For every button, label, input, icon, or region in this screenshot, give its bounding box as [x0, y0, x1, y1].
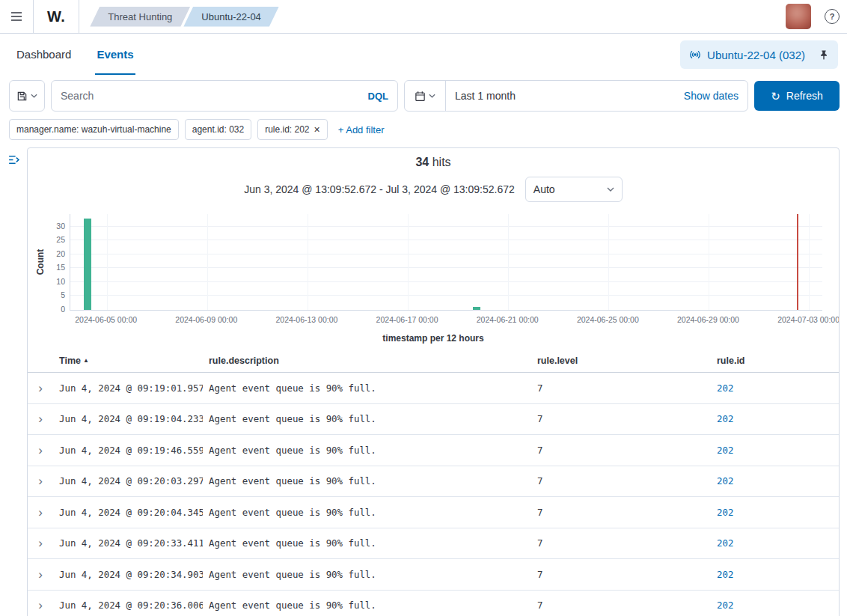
hits-line: 34 hits [28, 156, 839, 169]
expander-cell: › [28, 568, 53, 581]
avatar-image [786, 4, 811, 29]
query-language-button[interactable]: DQL [359, 91, 397, 102]
breadcrumb-agent[interactable]: Ubuntu-22-04 [183, 7, 279, 27]
expand-row-icon[interactable]: › [38, 412, 43, 426]
events-table-body: ›Jun 4, 2024 @ 09:19:01.957Agent event q… [28, 373, 839, 616]
expand-row-icon[interactable]: › [38, 443, 43, 457]
filter-pill[interactable]: manager.name: wazuh-virtual-machine [9, 119, 179, 140]
expand-fields-sidebar-icon[interactable] [7, 153, 20, 168]
search-input[interactable] [52, 90, 359, 102]
expander-cell: › [28, 412, 53, 425]
pin-icon[interactable] [819, 49, 829, 61]
rule-id-link[interactable]: 202 [717, 413, 733, 424]
y-axis-title: Count [34, 214, 47, 310]
rule-level-column-header[interactable]: rule.level [531, 356, 711, 366]
expand-row-icon[interactable]: › [38, 505, 43, 519]
tab-dashboard[interactable]: Dashboard [15, 35, 73, 75]
y-tick-label: 0 [61, 305, 65, 314]
gridline [70, 226, 822, 227]
histogram-bar[interactable] [84, 219, 91, 310]
expand-row-icon[interactable]: › [38, 381, 43, 395]
cell-rule-level: 7 [531, 382, 711, 394]
cell-rule-description: Agent event queue is 90% full. [203, 537, 531, 549]
agent-selector-badge[interactable]: Ubuntu-22-04 (032) [680, 40, 838, 69]
expander-cell: › [28, 475, 53, 487]
user-avatar[interactable] [786, 4, 811, 29]
chevron-down-icon [429, 94, 435, 98]
cell-rule-id: 202 [711, 600, 839, 611]
chevron-down-icon [607, 187, 614, 192]
expand-row-icon[interactable]: › [38, 474, 43, 488]
chevron-down-icon [31, 94, 37, 98]
breadcrumb-threat-hunting[interactable]: Threat Hunting [90, 7, 190, 27]
table-header: Time▲ rule.description rule.level rule.i… [28, 356, 839, 373]
expand-row-icon[interactable]: › [38, 536, 43, 550]
saved-queries-button[interactable] [9, 80, 45, 112]
cell-time: Jun 4, 2024 @ 09:20:03.297 [53, 475, 203, 487]
cell-time: Jun 4, 2024 @ 09:20:33.411 [53, 537, 203, 549]
date-range-value[interactable]: Last 1 month [446, 90, 675, 102]
add-filter-link[interactable]: + Add filter [338, 124, 385, 135]
table-row: ›Jun 4, 2024 @ 09:20:04.345Agent event q… [28, 497, 839, 528]
cell-rule-level: 7 [531, 537, 711, 549]
x-axis-title: timestamp per 12 hours [28, 333, 839, 344]
cell-time: Jun 4, 2024 @ 09:19:01.957 [53, 382, 203, 394]
expand-row-icon[interactable]: › [38, 567, 43, 582]
filter-pill-label: manager.name: wazuh-virtual-machine [16, 124, 171, 135]
rule-id-column-header[interactable]: rule.id [711, 356, 839, 366]
tab-events[interactable]: Events [95, 35, 135, 75]
expand-row-icon[interactable]: › [38, 598, 43, 612]
cell-rule-level: 7 [531, 445, 711, 456]
cell-rule-id: 202 [711, 537, 839, 549]
main-area: 34 hits Jun 3, 2024 @ 13:09:52.672 - Jul… [0, 147, 847, 616]
tabs-row: Dashboard Events Ubuntu-22-04 (032) [0, 34, 847, 76]
wazuh-logo[interactable]: W. [34, 0, 79, 33]
table-row: ›Jun 4, 2024 @ 09:20:03.297Agent event q… [28, 466, 839, 498]
signal-icon [689, 49, 701, 61]
gridline [207, 214, 208, 310]
table-row: ›Jun 4, 2024 @ 09:20:36.006Agent event q… [28, 591, 839, 616]
calendar-button[interactable] [405, 81, 446, 111]
x-tick-label: 2024-07-03 00:00 [777, 315, 840, 324]
y-tick-label: 10 [56, 277, 65, 286]
rule-id-link[interactable]: 202 [717, 600, 733, 611]
cell-rule-level: 7 [531, 413, 711, 424]
histogram-bar[interactable] [473, 307, 480, 310]
rule-description-column-header[interactable]: rule.description [203, 356, 531, 366]
table-row: ›Jun 4, 2024 @ 09:19:04.233Agent event q… [28, 404, 839, 436]
hamburger-menu-icon[interactable] [0, 0, 34, 33]
refresh-button[interactable]: ↻ Refresh [754, 81, 840, 111]
gridline [70, 295, 822, 296]
gridline [608, 214, 609, 310]
gridline [308, 214, 308, 310]
sort-asc-icon: ▲ [83, 357, 89, 364]
time-range-row: Jun 3, 2024 @ 13:09:52.672 - Jul 3, 2024… [28, 177, 839, 202]
x-tick-label: 2024-06-29 00:00 [677, 315, 739, 324]
show-dates-link[interactable]: Show dates [675, 90, 747, 102]
current-time-marker [797, 214, 798, 310]
filter-pill[interactable]: rule.id: 202× [257, 119, 328, 140]
y-axis-ticks: 051015202530 [47, 214, 70, 310]
x-tick-label: 2024-06-21 00:00 [477, 315, 539, 324]
rule-id-link[interactable]: 202 [717, 537, 733, 549]
rule-id-link[interactable]: 202 [717, 569, 733, 580]
time-column-header[interactable]: Time▲ [53, 356, 203, 366]
rule-id-link[interactable]: 202 [717, 507, 733, 518]
rule-id-link[interactable]: 202 [717, 475, 733, 487]
cell-rule-description: Agent event queue is 90% full. [203, 475, 531, 487]
breadcrumb: Threat Hunting Ubuntu-22-04 [90, 7, 279, 27]
cell-time: Jun 4, 2024 @ 09:20:34.903 [53, 569, 203, 580]
help-icon[interactable]: ? [825, 9, 840, 24]
cell-rule-description: Agent event queue is 90% full. [203, 600, 531, 611]
filter-pill[interactable]: agent.id: 032 [185, 119, 251, 140]
cell-rule-description: Agent event queue is 90% full. [203, 569, 531, 580]
expander-cell: › [28, 537, 53, 549]
left-gutter [0, 147, 27, 616]
cell-rule-id: 202 [711, 507, 839, 518]
interval-select[interactable]: Auto [525, 177, 623, 202]
rule-id-link[interactable]: 202 [717, 445, 733, 456]
gridline [70, 240, 822, 240]
gridline [70, 281, 822, 282]
rule-id-link[interactable]: 202 [717, 382, 733, 394]
remove-filter-icon[interactable]: × [314, 124, 320, 135]
